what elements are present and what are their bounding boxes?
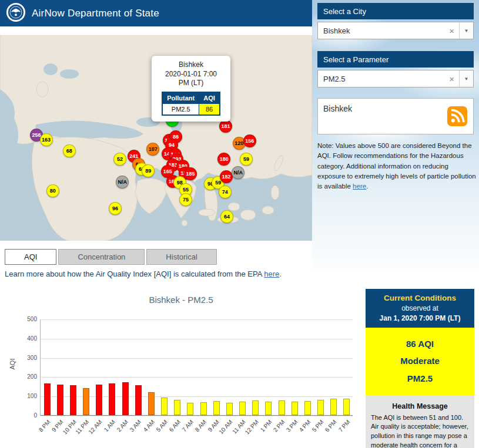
- aqi-map-marker[interactable]: N/A: [232, 166, 244, 179]
- bar-12pm[interactable]: [252, 400, 259, 415]
- popup-col-aqi: AQI: [199, 92, 220, 104]
- bar-4am[interactable]: [148, 392, 155, 415]
- current-conditions-panel: Current Conditions observed at Jan 1, 20…: [366, 289, 474, 448]
- parameter-chevron-down-icon[interactable]: ▼: [459, 70, 473, 87]
- app-header: AirNow Department of State: [0, 0, 312, 26]
- rss-feed-icon[interactable]: [447, 106, 467, 126]
- gridline: [41, 339, 353, 339]
- aqi-map-marker[interactable]: 107: [146, 143, 159, 156]
- aqi-category: Moderate: [370, 352, 470, 369]
- sky-background: [312, 0, 479, 271]
- bar-9am[interactable]: [213, 401, 220, 415]
- bar-7pm[interactable]: [343, 399, 350, 415]
- observed-at-label: observed at: [369, 304, 471, 312]
- aqi-summary-box: 86 AQI Moderate PM2.5: [366, 328, 474, 396]
- aqi-map-marker[interactable]: 59: [240, 153, 253, 166]
- aqi-map-marker[interactable]: N/A: [116, 176, 129, 188]
- bar-3am[interactable]: [135, 385, 142, 415]
- bar-11am[interactable]: [239, 402, 246, 415]
- city-chevron-down-icon[interactable]: ▼: [459, 22, 473, 39]
- y-tick-label: 500: [18, 316, 37, 322]
- health-message-text: The AQI is between 51 and 100. Air quali…: [366, 413, 474, 448]
- aqi-map-marker[interactable]: 185: [184, 167, 197, 180]
- aqi-map-marker[interactable]: 64: [220, 210, 233, 223]
- feed-city-label: Bishkek: [323, 104, 468, 113]
- gridline: [41, 319, 353, 320]
- city-clear-icon[interactable]: ×: [444, 26, 459, 36]
- aqi-map-marker[interactable]: 163: [40, 133, 53, 146]
- chart-title: Bishkek - PM2.5: [5, 285, 357, 305]
- feed-box: Bishkek: [317, 98, 474, 134]
- aqi-map-marker[interactable]: 52: [113, 153, 126, 166]
- popup-table: Pollutant AQI PM2.5 86: [162, 92, 220, 116]
- current-conditions-header: Current Conditions observed at Jan 1, 20…: [366, 289, 474, 328]
- parameter-select-value: PM2.5: [318, 75, 444, 83]
- aqi-bar-chart: Bishkek - PM2.5 AQI 01002003004005008 PM…: [5, 285, 357, 448]
- gridline: [41, 358, 353, 359]
- popup-city: Bishkek: [155, 60, 227, 70]
- dos-seal-icon: [6, 2, 26, 25]
- popup-datetime: 2020-01-01 7:00: [155, 70, 227, 79]
- bar-5am[interactable]: [161, 398, 168, 415]
- y-tick-label: 300: [18, 355, 37, 361]
- health-message-title: Health Message: [366, 402, 474, 410]
- bar-11pm[interactable]: [83, 388, 89, 415]
- bar-5pm[interactable]: [317, 400, 324, 415]
- bar-1am[interactable]: [109, 383, 115, 415]
- bar-4pm[interactable]: [304, 401, 311, 415]
- aqi-map-marker[interactable]: 80: [46, 184, 59, 197]
- bar-10am[interactable]: [226, 403, 233, 415]
- aqi-map-marker[interactable]: 156: [243, 134, 256, 147]
- aqi-map-marker[interactable]: 74: [219, 186, 232, 198]
- map-popup: Bishkek 2020-01-01 7:00 PM (LT) Pollutan…: [152, 56, 230, 122]
- gridline: [41, 416, 353, 416]
- tab-aqi[interactable]: AQI: [5, 249, 56, 265]
- aqi-map-marker[interactable]: 68: [63, 144, 76, 157]
- note-here-link[interactable]: here: [353, 183, 366, 190]
- popup-datetime-2: PM (LT): [155, 79, 227, 88]
- bar-6pm[interactable]: [330, 399, 337, 415]
- bar-9pm[interactable]: [57, 385, 63, 415]
- bar-3pm[interactable]: [292, 402, 298, 415]
- bar-8pm[interactable]: [44, 383, 51, 415]
- bar-10pm[interactable]: [70, 385, 76, 415]
- tab-historical[interactable]: Historical: [146, 249, 216, 265]
- learn-more-here-link[interactable]: here: [264, 270, 279, 278]
- current-conditions-title: Current Conditions: [369, 294, 471, 302]
- bar-6am[interactable]: [174, 400, 180, 415]
- aqi-map-marker[interactable]: 75: [179, 193, 192, 206]
- city-select[interactable]: Bishkek × ▼: [317, 22, 474, 39]
- aqi-map-marker[interactable]: 181: [219, 120, 232, 133]
- y-tick-label: 400: [18, 335, 37, 342]
- select-parameter-header: Select a Parameter: [317, 51, 474, 68]
- tab-bar: AQIConcentrationHistorical: [5, 249, 219, 265]
- bar-12am[interactable]: [96, 385, 102, 415]
- bar-2am[interactable]: [122, 382, 129, 415]
- popup-pollutant-value: PM2.5: [162, 103, 199, 115]
- bar-7am[interactable]: [187, 403, 193, 415]
- parameter-select[interactable]: PM2.5 × ▼: [317, 70, 474, 87]
- aqi-world-map[interactable]: 256163688096N/A5224110768638914286941441…: [0, 35, 312, 241]
- y-tick-label: 200: [18, 373, 37, 380]
- aqi-value: 86 AQI: [370, 335, 470, 352]
- popup-col-pollutant: Pollutant: [162, 92, 199, 104]
- aqi-map-marker[interactable]: 182: [220, 170, 233, 183]
- gridline: [41, 377, 353, 378]
- app-title: AirNow Department of State: [32, 8, 159, 19]
- tab-concentration[interactable]: Concentration: [58, 249, 145, 265]
- aqi-map-marker[interactable]: 89: [142, 164, 155, 177]
- bar-1pm[interactable]: [265, 402, 272, 415]
- aqi-parameter: PM2.5: [370, 370, 470, 387]
- y-tick-label: 100: [18, 393, 37, 399]
- aqi-map-marker[interactable]: 180: [217, 153, 230, 166]
- parameter-clear-icon[interactable]: ×: [444, 74, 459, 84]
- aqi-map-marker[interactable]: 96: [109, 202, 122, 215]
- learn-more-line: Learn more about how the Air Quality Ind…: [5, 270, 282, 278]
- beyond-aqi-note: Note: Values above 500 are considered Be…: [317, 141, 477, 191]
- y-axis-title: AQI: [9, 359, 16, 370]
- bar-2pm[interactable]: [279, 400, 285, 415]
- airnow-page: AirNow Department of State: [0, 0, 479, 448]
- select-city-header: Select a City: [317, 3, 474, 19]
- observed-datetime: Jan 1, 2020 7:00 PM (LT): [369, 314, 471, 322]
- bar-8am[interactable]: [200, 402, 207, 415]
